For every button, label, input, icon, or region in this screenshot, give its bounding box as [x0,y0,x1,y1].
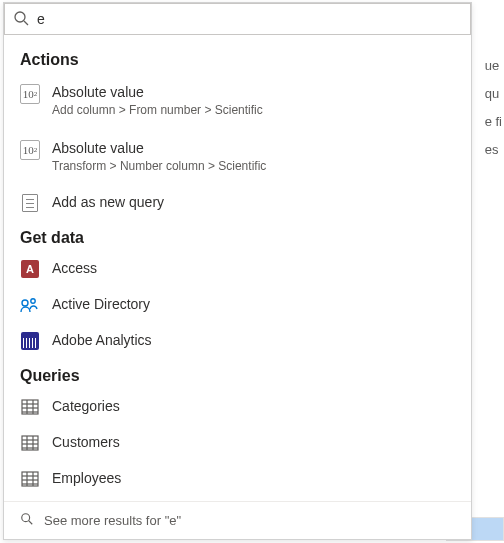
svg-point-2 [22,300,28,306]
query-employees[interactable]: Employees [4,461,471,497]
svg-line-1 [24,21,28,25]
item-title: Active Directory [52,295,455,313]
getdata-adobe-analytics[interactable]: Adobe Analytics [4,323,471,359]
section-header-queries: Queries [4,359,471,389]
svg-line-23 [29,521,33,525]
page-icon [20,193,40,213]
section-header-getdata: Get data [4,221,471,251]
query-categories[interactable]: Categories [4,389,471,425]
adobe-analytics-icon [20,331,40,351]
svg-point-22 [22,514,30,522]
section-header-actions: Actions [4,43,471,73]
table-icon [20,397,40,417]
svg-point-0 [15,12,25,22]
getdata-active-directory[interactable]: Active Directory [4,287,471,323]
search-dropdown-panel: Actions 102 Absolute value Add column > … [3,2,472,540]
item-subtitle: Add column > From number > Scientific [52,103,455,119]
item-title: Add as new query [52,193,455,211]
results-content: Actions 102 Absolute value Add column > … [4,35,471,505]
item-title: Absolute value [52,139,455,157]
search-icon [13,10,29,29]
see-more-text: See more results for "e" [44,513,181,528]
item-title: Access [52,259,455,277]
getdata-access[interactable]: A Access [4,251,471,287]
background-peek: ue qu e fi es [485,52,502,164]
table-icon [20,433,40,453]
item-title: Customers [52,433,455,451]
action-add-as-new-query[interactable]: Add as new query [4,185,471,221]
access-icon: A [20,259,40,279]
scientific-icon: 102 [20,84,40,104]
active-directory-icon [20,295,40,315]
item-subtitle: Transform > Number column > Scientific [52,159,455,175]
see-more-results[interactable]: See more results for "e" [4,501,471,539]
item-title: Absolute value [52,83,455,101]
item-title: Categories [52,397,455,415]
table-icon [20,469,40,489]
search-bar[interactable] [4,3,471,35]
item-title: Employees [52,469,455,487]
search-input[interactable] [37,11,462,27]
item-title: Adobe Analytics [52,331,455,349]
scientific-icon: 102 [20,140,40,160]
action-absolute-value-transform[interactable]: 102 Absolute value Transform > Number co… [4,129,471,185]
query-customers[interactable]: Customers [4,425,471,461]
action-absolute-value-addcolumn[interactable]: 102 Absolute value Add column > From num… [4,73,471,129]
svg-point-3 [31,298,35,302]
search-icon [20,512,34,529]
